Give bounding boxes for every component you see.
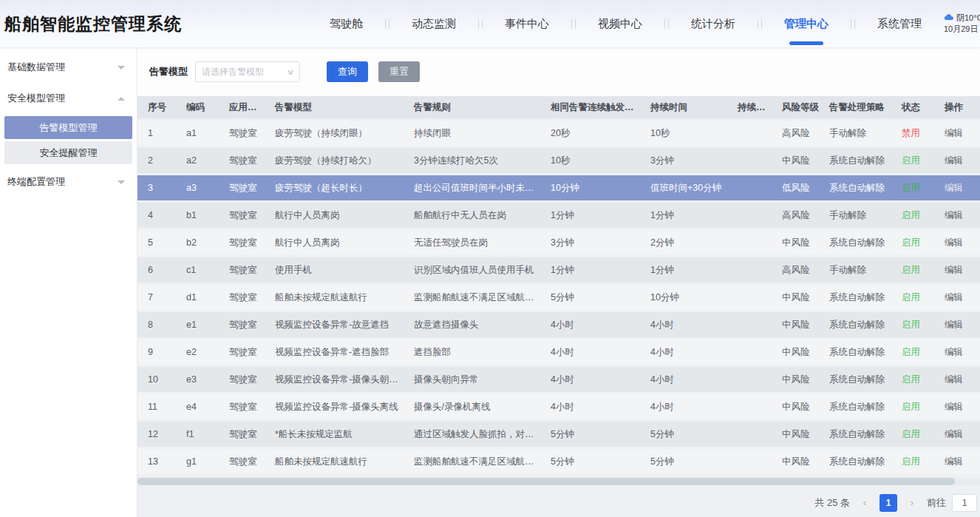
cell-code: e4: [176, 402, 219, 412]
nav-item-3[interactable]: 事件中心: [505, 11, 549, 37]
nav-item-5[interactable]: 统计分析: [691, 11, 735, 37]
edit-link[interactable]: 编辑: [934, 319, 980, 331]
cell-model: 视频监控设备异常-摄像头朝向异常: [265, 374, 404, 386]
cell-model: 疲劳驾驶（超长时长）: [265, 182, 404, 195]
cell-index: 6: [137, 265, 176, 275]
table-row-6[interactable]: 6c1驾驶室使用手机识别区域内值班人员使用手机1分钟1分钟高风险手动解除启用编辑: [137, 257, 980, 283]
cell-index: 10: [137, 374, 176, 385]
cell-risk: 中风险: [772, 401, 819, 413]
scrollbar-thumb[interactable]: [137, 478, 955, 485]
sidebar-group-label: 安全模型管理: [7, 92, 65, 105]
nav-item-7[interactable]: 系统管理: [877, 11, 922, 37]
table-row-12[interactable]: 12f1驾驶室*船长未按规定监航通过区域触发人脸抓拍，对船长身份...5分钟5分…: [137, 422, 980, 447]
edit-link[interactable]: 编辑: [934, 264, 980, 277]
cell-risk: 中风险: [772, 319, 819, 331]
column-header-5: 告警规则: [404, 101, 540, 114]
table-row-2[interactable]: 2a2驾驶室疲劳驾驶（持续打哈欠）3分钟连续打哈欠5次10秒3分钟中风险系统自动…: [137, 148, 980, 173]
sidebar-group-3[interactable]: 终端配置管理: [0, 166, 137, 197]
table-row-5[interactable]: 5b2驾驶室航行中人员离岗无适任驾驶员在岗3分钟2分钟中风险系统自动解除启用编辑: [137, 230, 980, 255]
table-row-3[interactable]: 3a3驾驶室疲劳驾驶（超长时长）超出公司值班时间半小时未按规定交接10分钟值班时…: [137, 175, 980, 200]
cell-risk: 中风险: [772, 346, 819, 359]
nav-separator: [571, 19, 576, 29]
goto-page-input[interactable]: [952, 494, 977, 512]
cell-model: 视频监控设备异常-摄像头离线: [265, 401, 404, 413]
cell-rule: 监测船舶航速不满足区域航速限制规定: [404, 456, 540, 468]
cell-index: 7: [137, 292, 176, 303]
cell-model: 疲劳驾驶（持续闭眼）: [265, 127, 404, 140]
sidebar-group-label: 终端配置管理: [7, 175, 65, 189]
cell-duration: 5分钟: [640, 428, 727, 441]
search-button[interactable]: 查询: [327, 61, 368, 82]
cell-duration: 1分钟: [640, 209, 727, 222]
nav-item-1[interactable]: 驾驶舱: [330, 11, 363, 37]
cell-code: a3: [176, 183, 219, 193]
nav-separator: [385, 19, 389, 29]
select-placeholder: 请选择告警模型: [202, 66, 264, 78]
edit-link[interactable]: 编辑: [934, 209, 980, 222]
table-row-13[interactable]: 13g1驾驶室船舶未按规定航速航行监测船舶航速不满足区域航速限制规定5分钟5分钟…: [137, 449, 980, 474]
cell-code: b1: [176, 210, 219, 220]
column-header-8: 持续帧数: [727, 101, 772, 114]
edit-link[interactable]: 编辑: [934, 155, 980, 167]
column-header-7: 持续时间: [640, 101, 727, 114]
cell-duration: 10秒: [640, 127, 727, 140]
column-header-1: 序号: [137, 101, 176, 114]
cell-strategy: 系统自动解除: [819, 346, 891, 359]
column-header-3: 应用场景: [219, 101, 265, 114]
edit-link[interactable]: 编辑: [934, 291, 980, 304]
sidebar-subitem-2-2[interactable]: 安全提醒管理: [4, 141, 132, 164]
cell-interval: 5分钟: [540, 291, 640, 304]
column-header-12: 操作: [934, 101, 980, 114]
table-row-4[interactable]: 4b1驾驶室航行中人员离岗船舶航行中无人员在岗1分钟1分钟高风险手动解除启用编辑: [137, 203, 980, 228]
table-row-11[interactable]: 11e4驾驶室视频监控设备异常-摄像头离线摄像头/录像机离线4小时4小时中风险系…: [137, 394, 980, 419]
alarm-model-select[interactable]: 请选择告警模型 ∨: [195, 61, 300, 82]
cell-model: 视频监控设备异常-故意遮挡: [265, 319, 404, 331]
nav-item-4[interactable]: 视频中心: [598, 11, 642, 37]
edit-link[interactable]: 编辑: [934, 374, 980, 386]
table-row-9[interactable]: 9e2驾驶室视频监控设备异常-遮挡脸部遮挡脸部4小时4小时中风险系统自动解除启用…: [137, 339, 980, 365]
prev-page-button[interactable]: ‹: [856, 494, 874, 512]
edit-link[interactable]: 编辑: [934, 127, 980, 140]
column-header-11: 状态: [891, 101, 934, 114]
nav-item-2[interactable]: 动态监测: [412, 11, 456, 37]
reset-button[interactable]: 重置: [378, 61, 420, 82]
cell-rule: 识别区域内值班人员使用手机: [404, 264, 540, 277]
cell-index: 9: [137, 347, 176, 357]
edit-link[interactable]: 编辑: [934, 346, 980, 359]
cell-code: d1: [176, 292, 219, 303]
cell-code: e1: [176, 320, 219, 330]
cell-risk: 高风险: [772, 127, 819, 140]
cell-interval: 10分钟: [540, 182, 640, 195]
table-row-7[interactable]: 7d1驾驶室船舶未按规定航速航行监测船舶航速不满足区域航速限制规定5分钟10分钟…: [137, 285, 980, 310]
edit-link[interactable]: 编辑: [934, 401, 980, 413]
cell-scene: 驾驶室: [219, 209, 265, 222]
cell-strategy: 系统自动解除: [819, 182, 891, 195]
cell-scene: 驾驶室: [219, 237, 265, 249]
cell-index: 13: [137, 456, 176, 467]
edit-link[interactable]: 编辑: [934, 428, 980, 441]
sidebar-group-1[interactable]: 基础数据管理: [0, 52, 137, 83]
page-1-button[interactable]: 1: [879, 494, 897, 512]
status-badge: 启用: [891, 319, 934, 331]
edit-link[interactable]: 编辑: [934, 182, 980, 195]
status-badge: 启用: [891, 428, 934, 441]
table-row-1[interactable]: 1a1驾驶室疲劳驾驶（持续闭眼）持续闭眼20秒10秒高风险手动解除禁用编辑: [137, 121, 980, 146]
sidebar-subitem-2-1[interactable]: 告警模型管理: [4, 116, 132, 139]
nav-item-6[interactable]: 管理中心: [784, 11, 828, 37]
next-page-button[interactable]: ›: [903, 494, 921, 512]
chevron-up-icon: [118, 97, 125, 101]
table-row-10[interactable]: 10e3驾驶室视频监控设备异常-摄像头朝向异常摄像头朝向异常4小时4小时中风险系…: [137, 367, 980, 392]
edit-link[interactable]: 编辑: [934, 456, 980, 468]
cell-code: g1: [176, 456, 219, 467]
nav-separator: [664, 19, 669, 29]
cell-rule: 通过区域触发人脸抓拍，对船长身份...: [404, 428, 540, 441]
sidebar: 基础数据管理安全模型管理告警模型管理安全提醒管理终端配置管理: [0, 47, 137, 517]
cell-duration: 4小时: [640, 346, 727, 359]
filter-label: 告警模型: [149, 65, 188, 78]
edit-link[interactable]: 编辑: [934, 237, 980, 249]
cell-interval: 5分钟: [540, 428, 640, 441]
sidebar-group-2[interactable]: 安全模型管理: [0, 83, 137, 114]
horizontal-scrollbar[interactable]: [137, 478, 980, 485]
weather-date: 10月29日: [944, 24, 980, 35]
table-row-8[interactable]: 8e1驾驶室视频监控设备异常-故意遮挡故意遮挡摄像头4小时4小时中风险系统自动解…: [137, 312, 980, 337]
